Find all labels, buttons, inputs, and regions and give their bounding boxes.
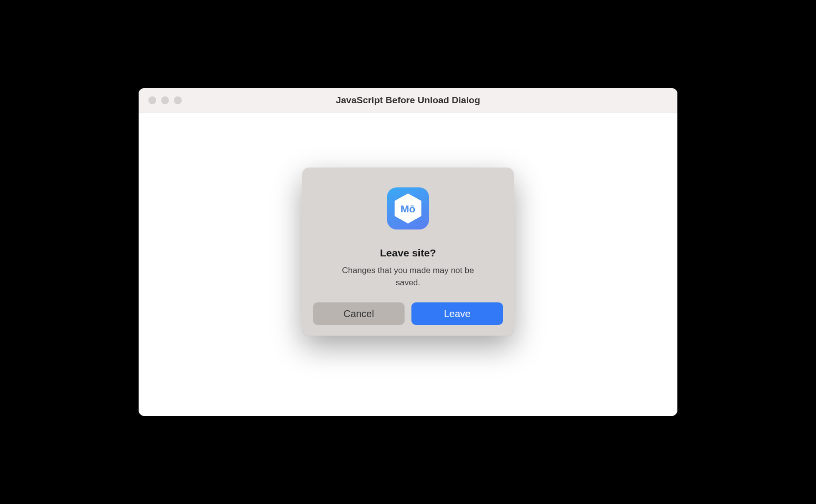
app-icon: Mō — [387, 187, 429, 229]
traffic-lights — [139, 96, 182, 104]
cancel-button[interactable]: Cancel — [313, 302, 405, 325]
hexagon-mo-icon: Mō — [391, 191, 425, 226]
beforeunload-dialog: Mō Leave site? Changes that you made may… — [302, 168, 514, 336]
titlebar: JavaScript Before Unload Dialog — [139, 88, 677, 113]
close-window-button[interactable] — [148, 96, 156, 104]
zoom-window-button[interactable] — [174, 96, 182, 104]
window-title: JavaScript Before Unload Dialog — [139, 95, 677, 106]
dialog-buttons: Cancel Leave — [313, 302, 503, 325]
leave-button[interactable]: Leave — [411, 302, 503, 325]
dialog-heading: Leave site? — [380, 247, 436, 259]
window-body: Mō Leave site? Changes that you made may… — [139, 113, 677, 416]
minimize-window-button[interactable] — [161, 96, 169, 104]
app-icon-text: Mō — [401, 203, 415, 214]
app-window: JavaScript Before Unload Dialog Mō Leave… — [139, 88, 677, 416]
dialog-message: Changes that you made may not be saved. — [337, 265, 479, 289]
